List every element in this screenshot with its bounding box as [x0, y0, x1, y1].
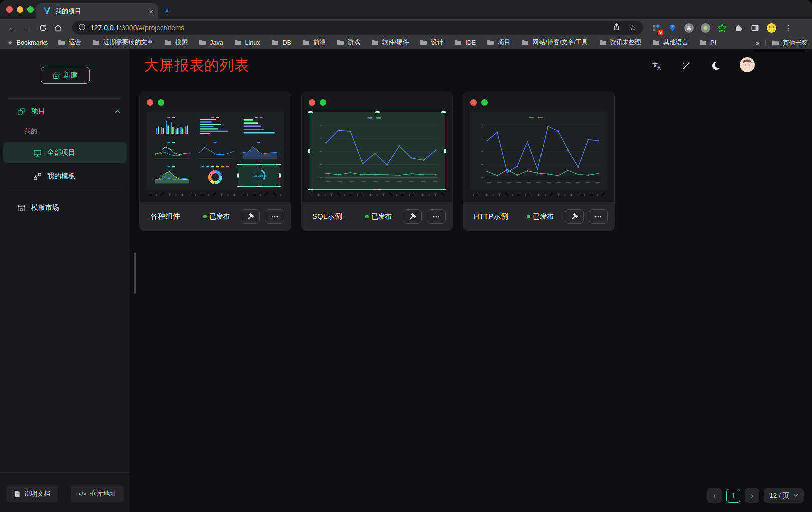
gem-extension-icon[interactable] [667, 22, 678, 33]
language-toggle-button[interactable]: 文A [651, 60, 662, 71]
side-panel-icon[interactable] [749, 22, 760, 33]
selection-handle[interactable] [279, 173, 281, 178]
project-card[interactable]: HTTP示例 已发布 [463, 92, 615, 231]
project-card[interactable]: 25.00% 各种组件 已发布 [139, 92, 291, 231]
folder-icon [234, 39, 242, 46]
sidebar-item-my-templates[interactable]: 我的模板 [3, 166, 127, 187]
window-minimize-button[interactable] [17, 6, 23, 13]
bookmark-folder[interactable]: 近期需要读的文章 [92, 38, 153, 47]
bookmark-folder[interactable]: 网站/博客/文章/工具 [521, 38, 588, 47]
card-title: 各种组件 [150, 212, 203, 221]
reload-button[interactable] [35, 23, 50, 33]
sidebar-item-template-market[interactable]: 模板市场 [0, 197, 130, 218]
content-scrollbar[interactable] [134, 253, 136, 294]
bookmark-folder[interactable]: 设计 [420, 38, 443, 47]
bookmark-folder[interactable]: IDE [454, 39, 476, 46]
bookmark-folder[interactable]: 资讯未整理 [599, 38, 642, 47]
screens-icon [17, 107, 26, 116]
selection-handle[interactable] [276, 164, 281, 166]
selection-handle[interactable] [237, 186, 242, 188]
green-dot-icon [481, 99, 488, 106]
more-button[interactable] [427, 209, 446, 224]
bookmark-folder[interactable]: PHP [699, 39, 716, 46]
selection-handle[interactable] [375, 189, 380, 191]
edit-button[interactable] [565, 209, 584, 224]
window-close-button[interactable] [6, 6, 13, 13]
bookmark-root-folder[interactable]: ★ Bookmarks [7, 39, 48, 46]
selection-handle[interactable] [444, 149, 446, 153]
tab-close-icon[interactable]: × [149, 7, 153, 16]
bookmark-folder[interactable]: 其他语言 [652, 38, 688, 47]
selection-handle[interactable] [441, 189, 446, 191]
tab-favicon [43, 7, 51, 16]
bookmark-page-icon[interactable]: ☆ [629, 24, 636, 32]
card-title: HTTP示例 [474, 212, 527, 221]
card-dotted-divider [148, 194, 283, 196]
chevron-up-icon[interactable] [114, 108, 121, 115]
selection-handle[interactable] [308, 111, 313, 113]
bookmark-folder[interactable]: 前端 [302, 38, 326, 47]
more-button[interactable] [589, 209, 608, 224]
selection-handle[interactable] [441, 111, 446, 113]
bookmark-folder[interactable]: DB [271, 39, 291, 46]
record-extension-icon[interactable] [700, 22, 711, 33]
folder-icon [92, 39, 100, 46]
bookmark-folder[interactable]: Java [199, 39, 223, 46]
selection-handle[interactable] [308, 189, 313, 191]
home-button[interactable] [50, 23, 65, 33]
folder-icon [271, 39, 279, 46]
selection-handle[interactable] [276, 186, 281, 188]
selection-handle[interactable] [257, 164, 261, 166]
red-dot-icon [470, 99, 477, 106]
extensions-puzzle-icon[interactable] [733, 22, 744, 33]
bookmark-folder[interactable]: Linux [234, 39, 260, 46]
bookmark-folder[interactable]: 项目 [487, 38, 510, 47]
selection-handle[interactable] [237, 173, 239, 178]
browser-window: 我的项目 × + ← → 127.0.0.1:3000/#/project/it… [0, 0, 812, 512]
edit-button[interactable] [403, 209, 422, 224]
extension-grid-icon[interactable]: 9 [650, 22, 661, 33]
current-page[interactable]: 1 [726, 489, 740, 503]
selection-handle[interactable] [308, 149, 310, 153]
more-button[interactable] [265, 209, 284, 224]
create-project-button[interactable]: 新建 [41, 67, 90, 84]
sidebar-group-project[interactable]: 项目 [0, 103, 130, 120]
dark-mode-button[interactable] [710, 60, 721, 71]
other-bookmarks-folder[interactable]: 其他书签 [772, 39, 808, 47]
selection-handle[interactable] [257, 186, 261, 188]
repo-button[interactable]: </> 仓库地址 [71, 485, 124, 502]
browser-menu-icon[interactable]: ⋮ [784, 23, 792, 33]
selection-handle[interactable] [237, 164, 242, 166]
bookmarks-overflow-icon[interactable]: » [756, 39, 759, 47]
command-extension-icon[interactable]: ⌘ [683, 22, 694, 33]
next-page-button[interactable]: › [745, 488, 759, 503]
browser-tab[interactable]: 我的项目 × [36, 3, 158, 19]
folder-icon [302, 39, 310, 46]
sidebar-item-all-projects[interactable]: 全部项目 [3, 142, 127, 163]
page-size-select[interactable]: 12 / 页 [764, 488, 804, 503]
card-preview[interactable] [470, 112, 607, 190]
bookmark-folder[interactable]: 搜索 [164, 38, 188, 47]
share-icon[interactable] [613, 23, 620, 33]
star-extension-icon[interactable] [716, 22, 727, 33]
project-card[interactable]: SQL示例 已发布 [301, 92, 453, 231]
theme-magic-button[interactable] [681, 60, 692, 71]
copy-plus-icon [53, 72, 60, 79]
new-tab-button[interactable]: + [164, 4, 170, 18]
edit-button[interactable] [241, 209, 260, 224]
docs-button[interactable]: 说明文档 [6, 485, 58, 502]
address-bar[interactable]: 127.0.0.1:3000/#/project/items ☆ [72, 21, 643, 35]
window-zoom-button[interactable] [27, 6, 34, 13]
profile-avatar-icon[interactable] [766, 22, 777, 33]
bookmark-folder[interactable]: 运营 [58, 38, 81, 47]
back-button[interactable]: ← [5, 23, 20, 33]
card-preview[interactable]: 25.00% [147, 112, 284, 190]
selection-handle[interactable] [375, 111, 380, 113]
site-info-icon[interactable] [78, 23, 86, 33]
card-preview[interactable] [309, 112, 445, 190]
user-avatar[interactable] [740, 57, 755, 74]
prev-page-button[interactable]: ‹ [707, 488, 722, 503]
tab-title: 我的项目 [55, 7, 144, 16]
bookmark-folder[interactable]: 软件/硬件 [371, 38, 409, 47]
bookmark-folder[interactable]: 游戏 [337, 38, 360, 47]
